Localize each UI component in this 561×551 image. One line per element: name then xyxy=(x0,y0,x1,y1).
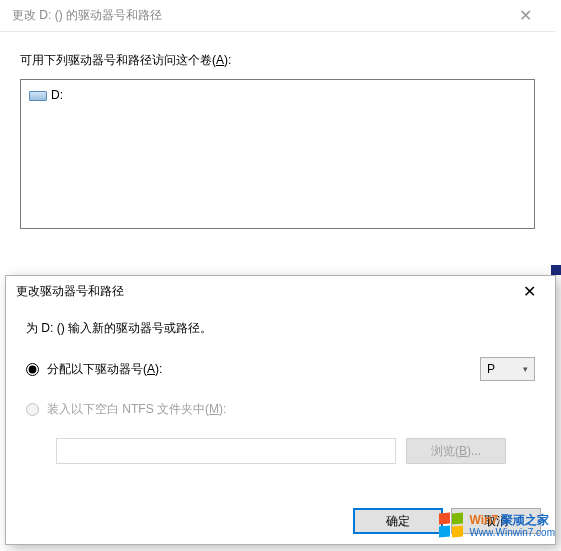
mount-folder-radio xyxy=(26,403,39,416)
dialog1-body: 可用下列驱动器号和路径访问这个卷(A): D: xyxy=(0,32,555,259)
dialog1-titlebar: 更改 D: () 的驱动器号和路径 ✕ xyxy=(0,0,555,32)
prompt-accesskey: A xyxy=(216,53,224,67)
cancel-label: 取消 xyxy=(484,513,508,530)
ok-button[interactable]: 确定 xyxy=(353,508,443,534)
dialog1-title: 更改 D: () 的驱动器号和路径 xyxy=(12,7,505,24)
prompt-text: 可用下列驱动器号和路径访问这个卷( xyxy=(20,53,216,67)
drive-letter-value: P xyxy=(487,362,495,376)
dialog2-body: 为 D: () 输入新的驱动器号或路径。 分配以下驱动器号(A): P ▾ 装入… xyxy=(6,306,555,464)
mount-folder-option: 装入以下空白 NTFS 文件夹中(M): xyxy=(26,401,535,418)
drive-icon xyxy=(29,89,45,101)
list-item-label: D: xyxy=(51,88,63,102)
assign-letter-radio[interactable] xyxy=(26,363,39,376)
mount-path-input xyxy=(56,438,396,464)
mount-path-row: 浏览(B)... xyxy=(26,438,535,464)
assign-letter-label: 分配以下驱动器号(A): xyxy=(47,361,162,378)
cancel-button[interactable]: 取消 xyxy=(451,508,541,534)
dialog2-prompt: 为 D: () 输入新的驱动器号或路径。 xyxy=(26,320,535,337)
list-item[interactable]: D: xyxy=(29,86,526,104)
browse-button: 浏览(B)... xyxy=(406,438,506,464)
dialog2-title: 更改驱动器号和路径 xyxy=(16,283,509,300)
close-icon[interactable]: ✕ xyxy=(509,282,549,301)
change-letter-dialog: 更改驱动器号和路径 ✕ 为 D: () 输入新的驱动器号或路径。 分配以下驱动器… xyxy=(5,275,556,545)
mount-folder-label: 装入以下空白 NTFS 文件夹中(M): xyxy=(47,401,226,418)
paths-listbox[interactable]: D: xyxy=(20,79,535,229)
chevron-down-icon: ▾ xyxy=(523,364,528,374)
drive-letter-select[interactable]: P ▾ xyxy=(480,357,535,381)
dialog1-prompt: 可用下列驱动器号和路径访问这个卷(A): xyxy=(20,52,535,69)
dialog2-titlebar: 更改驱动器号和路径 ✕ xyxy=(6,276,555,306)
prompt-tail: ): xyxy=(224,53,231,67)
change-paths-dialog: 更改 D: () 的驱动器号和路径 ✕ 可用下列驱动器号和路径访问这个卷(A):… xyxy=(0,0,555,259)
dialog2-footer: 确定 取消 xyxy=(353,508,541,534)
close-icon[interactable]: ✕ xyxy=(505,8,545,24)
ok-label: 确定 xyxy=(386,513,410,530)
separator xyxy=(0,265,561,275)
assign-letter-option[interactable]: 分配以下驱动器号(A): P ▾ xyxy=(26,357,535,381)
